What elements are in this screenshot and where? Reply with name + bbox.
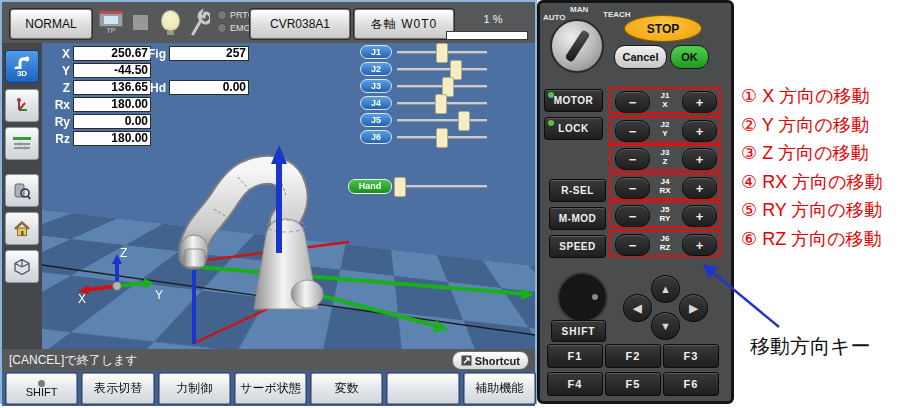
lock-button[interactable]: LOCK [544, 117, 603, 140]
mode-teach-label: TEACH [603, 10, 631, 19]
j1-slider-thumb[interactable] [436, 43, 448, 63]
sidebar-item-position[interactable] [5, 89, 39, 122]
dpad-right-button[interactable]: ▶ [679, 294, 708, 322]
r-sel-button[interactable]: R-SEL [549, 179, 606, 202]
m-mod-button[interactable]: M-MOD [549, 207, 606, 230]
j3-slider[interactable] [397, 85, 487, 88]
stop-button[interactable]: STOP [624, 15, 702, 42]
j2-button[interactable]: J2 [360, 62, 392, 76]
j2-slider[interactable] [397, 68, 487, 71]
motor-button[interactable]: MOTOR [544, 89, 603, 112]
j6-plus-button[interactable]: + [682, 234, 717, 256]
teach-pendant: AUTO MAN TEACH STOP Cancel OK MOTOR LOCK… [537, 0, 734, 404]
j4-slider-thumb[interactable] [435, 94, 447, 114]
j4-minus-button[interactable]: − [615, 177, 650, 199]
j6-slider-thumb[interactable] [436, 128, 448, 148]
shortcut-button[interactable]: Shortcut [452, 351, 529, 370]
jog-dial[interactable] [557, 272, 608, 323]
display-toggle-button[interactable]: 表示切替 [82, 373, 153, 404]
ok-button[interactable]: OK [670, 45, 709, 69]
pendant-shift-button[interactable]: SHIFT [551, 320, 606, 342]
variables-button[interactable]: 変数 [311, 373, 382, 404]
annotation-x: ① X 方向の移動 [741, 84, 919, 108]
coord-label: Y [44, 64, 73, 78]
j3-plus-button[interactable]: + [682, 148, 717, 170]
hd-label: Hd [142, 81, 169, 95]
mode-selector-knob[interactable] [550, 19, 604, 73]
j6-slider[interactable] [397, 136, 487, 139]
sidebar-item-3d-view[interactable]: 3D [5, 50, 39, 83]
annotation-rx: ④ RX 方向の移動 [741, 170, 919, 194]
j1-plus-button[interactable]: + [682, 91, 717, 113]
j4-button[interactable]: J4 [360, 96, 392, 110]
coord-label: Ry [44, 115, 73, 129]
j2-minus-button[interactable]: − [615, 120, 650, 142]
j3-minus-button[interactable]: − [615, 148, 650, 170]
program-name-button[interactable]: CVR038A1 [250, 9, 350, 39]
j5-minus-button[interactable]: − [615, 205, 650, 227]
sidebar-item-monitor-search[interactable] [5, 174, 39, 207]
j1-minus-button[interactable]: − [615, 91, 650, 113]
j4-slider[interactable] [397, 102, 487, 105]
dpad-up-button[interactable]: ▲ [651, 275, 680, 303]
coord-value-rx: 180.00 [73, 97, 151, 112]
j2-plus-button[interactable]: + [682, 120, 717, 142]
blank-button[interactable] [387, 373, 458, 404]
cancel-button[interactable]: Cancel [614, 45, 667, 69]
aux-function-button[interactable]: 補助機能 [464, 373, 535, 404]
f1-button[interactable]: F1 [547, 344, 603, 368]
robot-panel-window: NORMAL TP PRTOT EMG CVR038A1 [0, 0, 537, 404]
annotation-caption: 移動方向キー [750, 333, 870, 360]
j5-slider[interactable] [397, 119, 487, 122]
shift-button[interactable]: SHIFT [6, 373, 77, 404]
jog-row-j2: − J2Y + [609, 116, 721, 143]
coord-value-rz: 180.00 [73, 131, 151, 146]
j6-axis-label: J6RZ [650, 234, 680, 252]
j5-slider-thumb[interactable] [458, 111, 470, 131]
hand-slider[interactable] [397, 185, 487, 188]
axis-mode-button[interactable]: 各軸 W0T0 [354, 9, 454, 39]
annotation-rz: ⑥ RZ 方向の移動 [741, 227, 919, 251]
f5-button[interactable]: F5 [605, 372, 661, 396]
j5-button[interactable]: J5 [360, 113, 392, 127]
normal-mode-button[interactable]: NORMAL [10, 9, 92, 39]
coord-label: Z [44, 81, 73, 95]
speed-button[interactable]: SPEED [549, 235, 606, 258]
f3-button[interactable]: F3 [663, 344, 719, 368]
shift-label: SHIFT [26, 387, 58, 398]
sidebar-item-home[interactable] [5, 212, 39, 245]
f4-button[interactable]: F4 [547, 372, 603, 396]
sidebar-3d-label: 3D [17, 69, 27, 78]
coord-label: Rx [44, 98, 73, 112]
j1-button[interactable]: J1 [360, 45, 392, 59]
j5-plus-button[interactable]: + [682, 205, 717, 227]
lamp-icon [161, 10, 180, 35]
hand-slider-thumb[interactable] [394, 177, 406, 197]
dpad-down-button[interactable]: ▼ [651, 312, 680, 340]
status-bar: [CANCEL]で終了します Shortcut [2, 349, 535, 371]
j6-button[interactable]: J6 [360, 130, 392, 144]
screenshot-root: NORMAL TP PRTOT EMG CVR038A1 [0, 0, 919, 408]
tp-status-icon: TP [98, 11, 124, 34]
force-control-button[interactable]: 力制御 [159, 373, 230, 404]
j6-minus-button[interactable]: − [615, 234, 650, 256]
annotation-ry: ⑤ RY 方向の移動 [741, 198, 919, 222]
coord-value-x: 250.67 [73, 46, 151, 61]
j2-axis-label: J2Y [650, 120, 680, 138]
servo-status-button[interactable]: サーボ状態 [235, 373, 306, 404]
home-icon [13, 221, 31, 237]
hand-button[interactable]: Hand [348, 179, 392, 194]
shortcut-label: Shortcut [475, 355, 520, 367]
f2-button[interactable]: F2 [605, 344, 661, 368]
coord-value-y: -44.50 [73, 63, 151, 78]
dpad-left-button[interactable]: ◀ [623, 294, 652, 322]
sidebar-item-3d-cube[interactable] [5, 250, 39, 283]
sidebar-item-settings-levels[interactable] [5, 127, 39, 160]
j5-axis-label: J5RY [650, 205, 680, 223]
view-sidebar: 3D [2, 43, 42, 349]
j4-plus-button[interactable]: + [682, 177, 717, 199]
f6-button[interactable]: F6 [663, 372, 719, 396]
j1-axis-label: J1X [650, 91, 680, 109]
j3-button[interactable]: J3 [360, 79, 392, 93]
j1-slider[interactable] [397, 51, 487, 54]
